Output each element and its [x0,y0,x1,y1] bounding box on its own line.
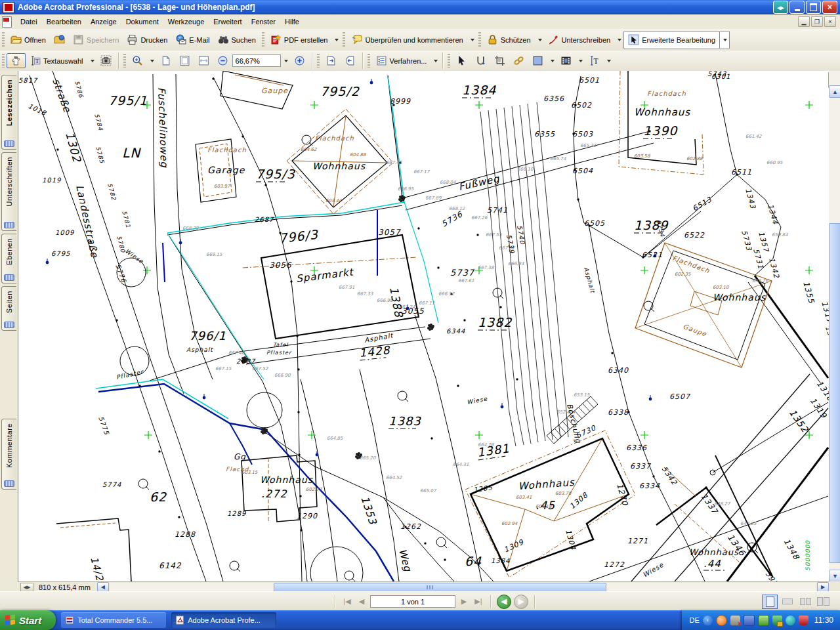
menu-werkzeuge[interactable]: Werkzeuge [163,16,209,28]
sign-dropdown[interactable] [614,37,623,43]
pane-splitter-button[interactable]: ◀▶ [20,583,33,592]
article-tool-button[interactable] [471,53,490,68]
search-button[interactable]: Suchen [214,32,260,47]
text-field-tool-button[interactable]: T [585,53,604,68]
dock-window-button[interactable]: ◂▸ [773,1,788,14]
close-button[interactable]: × [822,1,837,14]
vertical-scrollbar[interactable]: ▲ ▼ [829,71,840,581]
start-button[interactable]: Start [0,610,56,630]
process-dropdown[interactable] [430,58,440,64]
open-button[interactable]: Öffnen [7,32,50,47]
tab-kommentare[interactable]: Kommentare [1,419,16,490]
task-adobe-acrobat[interactable]: Adobe Acrobat Profe... [171,612,276,628]
last-page-button[interactable]: ▶| [472,596,484,608]
tray-icon-updater[interactable] [758,615,769,626]
toolbar-grip[interactable] [368,54,370,68]
next-page-button[interactable]: ▶ [458,596,470,608]
save-button[interactable]: Speichern [69,32,123,47]
fit-page-button[interactable] [175,53,194,68]
actual-size-button[interactable] [156,53,175,68]
process-button[interactable]: 123 Verfahren... [372,53,431,68]
toolbar-grip[interactable] [262,32,264,47]
rotate-pages-button[interactable] [322,53,341,68]
movie-tool-dropdown[interactable] [576,58,585,64]
zoom-in-tool-button[interactable] [128,53,147,68]
create-pdf-button[interactable]: PDF erstellen [266,32,332,47]
tab-lesezeichen[interactable]: Lesezeichen [1,75,16,150]
doc-close-button[interactable]: × [824,16,836,27]
menu-anzeige[interactable]: Anzeige [86,16,121,28]
menu-bearbeiten[interactable]: Bearbeiten [42,16,86,28]
menu-datei[interactable]: Datei [16,16,42,28]
print-button[interactable]: Drucken [123,32,171,47]
facing-layout-button[interactable] [815,595,831,609]
tray-icon-orange[interactable] [716,615,727,626]
tray-icon-disabled-device[interactable]: × [730,616,740,625]
fit-width-button[interactable] [194,53,213,68]
review-comment-button[interactable]: Überprüfen und kommentieren [347,32,467,47]
doc-restore-button[interactable]: ❐ [811,16,823,27]
tray-icon-network[interactable] [744,615,755,626]
form-field-tool-button[interactable] [528,53,547,68]
tab-unterschriften[interactable]: Unterschriften [1,152,16,231]
toolbar-grip[interactable] [317,54,320,68]
menu-erweitert[interactable]: Erweitert [209,16,246,28]
form-field-dropdown[interactable] [547,58,556,64]
advanced-editing-button[interactable]: Erweiterte Bearbeitung [623,31,720,49]
continuous-layout-button[interactable] [780,595,795,609]
text-select-dropdown[interactable] [87,58,96,64]
movie-tool-button[interactable] [556,53,576,68]
first-page-button[interactable]: |◀ [341,596,353,608]
scroll-right-button[interactable]: ▶ [817,582,829,592]
hide-icons-button[interactable]: ‹ [703,616,713,625]
review-dropdown[interactable] [467,37,476,43]
toolbar-grip[interactable] [343,32,345,47]
tray-icon-antivirus-shield[interactable] [799,616,808,625]
advanced-editing-dropdown[interactable] [720,31,730,49]
toolbar-grip[interactable] [478,32,481,47]
zoom-out-button[interactable] [213,53,232,68]
scroll-down-button[interactable]: ▼ [829,570,840,582]
tray-icon-security-shield[interactable] [772,616,782,625]
tab-ebenen[interactable]: Ebenen [1,234,16,284]
menu-fenster[interactable]: Fenster [247,16,280,28]
secure-dropdown[interactable] [535,37,544,43]
zoom-level-field[interactable]: 66,67% [232,54,281,67]
scroll-up-button[interactable]: ▲ [829,85,840,98]
minimize-button[interactable] [789,1,805,14]
zoom-level-dropdown[interactable] [281,58,290,64]
menu-dokument[interactable]: Dokument [121,16,163,28]
create-pdf-dropdown[interactable] [331,37,341,43]
next-view-button[interactable]: ▶ [514,595,528,609]
horizontal-scroll-track[interactable] [110,583,816,591]
text-field-dropdown[interactable] [604,58,613,64]
menu-hilfe[interactable]: Hilfe [280,16,304,28]
snapshot-tool-button[interactable] [96,53,116,68]
email-button[interactable]: E-Mail [171,32,213,47]
prev-page-button[interactable]: ◀ [356,596,368,608]
text-select-tool-button[interactable]: T Textauswahl [26,53,87,68]
language-indicator[interactable]: DE [690,616,700,624]
document-pane[interactable]: 667.43667.17668.04666.95667.89668.12667.… [18,71,830,581]
secure-button[interactable]: Schützen [483,32,535,47]
link-tool-button[interactable] [509,53,528,68]
tray-icon-teamviewer[interactable] [786,616,795,625]
previous-view-button[interactable]: ◀ [497,595,511,609]
vertical-scroll-thumb[interactable] [829,223,840,563]
doc-minimize-button[interactable]: ▁ [798,16,810,27]
hand-tool-button[interactable] [7,53,26,68]
crop-tool-button[interactable] [490,53,509,68]
clock[interactable]: 11:30 [814,616,833,625]
select-object-tool-button[interactable] [452,53,471,68]
toolbar-grip[interactable] [448,54,450,68]
zoom-tool-dropdown[interactable] [147,58,156,64]
toolbar-grip[interactable] [2,32,5,47]
sign-button[interactable]: Unterschreiben [544,32,615,47]
insert-pages-button[interactable] [341,53,360,68]
toolbar-grip[interactable] [2,54,5,68]
page-number-field[interactable]: 1 von 1 [370,595,455,608]
task-total-commander[interactable]: Total Commander 5.5... [61,612,166,628]
single-page-layout-button[interactable] [762,595,778,609]
organizer-button[interactable] [50,32,69,47]
scroll-left-button[interactable]: ◀ [97,582,109,592]
